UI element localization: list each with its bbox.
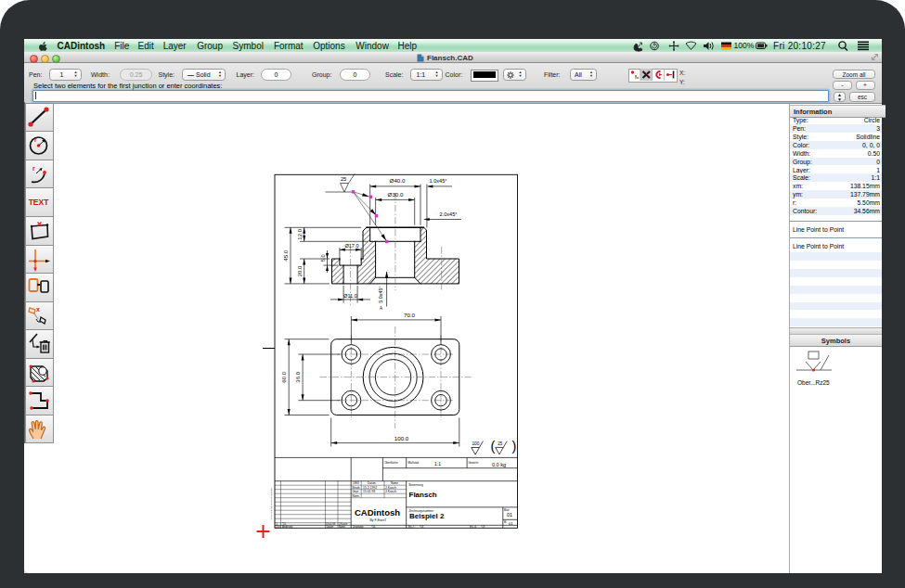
svg-text:(: ( <box>491 439 496 454</box>
svg-text:25: 25 <box>498 441 503 446</box>
svg-text:Copyright nach DIN 34 beachten: Copyright nach DIN 34 beachten <box>270 487 273 519</box>
svg-text:^19: ^19 <box>481 525 485 529</box>
svg-text:r: r <box>34 136 37 143</box>
svg-text:Ers. d.:: Ers. d.: <box>470 525 477 529</box>
svg-text:15.2.1992: 15.2.1992 <box>363 486 377 490</box>
svg-text:TEXT: TEXT <box>29 198 50 207</box>
svg-text:Bl.: Bl. <box>504 520 507 524</box>
svg-text:0,0 kg: 0,0 kg <box>492 462 506 467</box>
svg-text:Änderung: Änderung <box>282 525 293 529</box>
svg-text:Beispiel 2: Beispiel 2 <box>409 512 445 520</box>
svg-text:01: 01 <box>507 512 512 518</box>
svg-text:Norm.: Norm. <box>353 494 360 498</box>
svg-text:CADintosh: CADintosh <box>355 507 400 518</box>
svg-text:Bearb.: Bearb. <box>353 486 361 490</box>
svg-text:1993: 1993 <box>353 481 359 485</box>
svg-text:Ers. f.:: Ers. f.: <box>408 525 416 529</box>
svg-text:Gepr.: Gepr. <box>353 490 360 493</box>
svg-text:): ) <box>511 439 516 454</box>
svg-text:Name: Name <box>339 525 345 529</box>
svg-text:^18: ^18 <box>420 525 424 529</box>
svg-text:Oberfläche: Oberfläche <box>384 461 398 465</box>
svg-text:Blatt: Blatt <box>504 508 510 512</box>
svg-text:15.01.93: 15.01.93 <box>363 490 375 493</box>
svg-text:1:1: 1:1 <box>434 461 441 467</box>
svg-text:01: 01 <box>509 521 513 526</box>
svg-text:Datum: Datum <box>327 525 334 529</box>
svg-text:Maßstab: Maßstab <box>408 461 420 465</box>
svg-text:Zust.: Zust. <box>276 525 281 529</box>
svg-text:Urspnung:: Urspnung: <box>353 525 364 529</box>
svg-text:Datum: Datum <box>368 481 376 485</box>
svg-text:^16: ^16 <box>371 525 376 529</box>
svg-text:Gewicht: Gewicht <box>469 461 479 465</box>
svg-text:Flansch: Flansch <box>409 491 437 499</box>
svg-text:Name: Name <box>391 481 398 485</box>
svg-text:Benennung: Benennung <box>409 483 424 487</box>
svg-text:J.Kusch: J.Kusch <box>385 490 396 493</box>
svg-text:By F-EvenT: By F-EvenT <box>370 518 387 522</box>
svg-text:x: x <box>36 306 40 313</box>
svg-text:r: r <box>32 165 35 172</box>
svg-text:100: 100 <box>472 441 479 446</box>
svg-text:J.Kusch: J.Kusch <box>385 486 396 490</box>
